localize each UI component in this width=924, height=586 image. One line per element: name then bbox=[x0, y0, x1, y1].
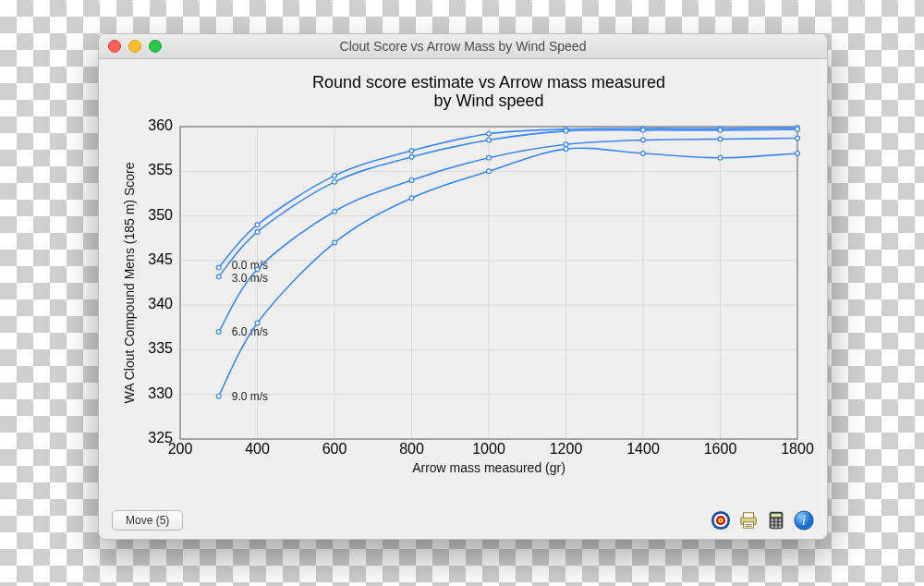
x-axis-label: Arrow mass measured (gr) bbox=[412, 460, 565, 475]
footer-icons: i bbox=[711, 510, 814, 531]
svg-rect-13 bbox=[775, 519, 778, 521]
data-point bbox=[255, 321, 260, 325]
calculator-icon[interactable] bbox=[766, 510, 786, 531]
data-point bbox=[796, 136, 800, 140]
y-tick-label: 350 bbox=[148, 207, 173, 223]
y-tick-label: 330 bbox=[148, 385, 173, 401]
data-point bbox=[641, 138, 646, 142]
data-point bbox=[255, 267, 260, 272]
data-point bbox=[487, 131, 492, 136]
svg-text:i: i bbox=[802, 514, 806, 528]
data-point bbox=[487, 155, 492, 160]
print-icon[interactable] bbox=[738, 510, 759, 531]
series-line bbox=[219, 139, 797, 333]
data-point bbox=[409, 196, 414, 201]
series-label: 9.0 m/s bbox=[232, 390, 268, 403]
y-tick-label: 355 bbox=[148, 162, 173, 177]
chart-title: Round score estimate vs Arrow mass measu… bbox=[312, 73, 665, 92]
x-tick-label: 1800 bbox=[781, 441, 814, 457]
footer-bar: Move (5) i bbox=[99, 502, 827, 539]
data-point bbox=[564, 142, 568, 147]
y-tick-label: 335 bbox=[148, 340, 173, 356]
data-point bbox=[216, 330, 221, 335]
data-point bbox=[718, 137, 723, 141]
data-point bbox=[487, 169, 492, 174]
x-tick-label: 600 bbox=[322, 441, 347, 457]
chart: Round score estimate vs Arrow mass measu… bbox=[108, 66, 818, 494]
y-axis-label: WA Clout Compound Mens (185 m) Score bbox=[122, 162, 137, 403]
data-point bbox=[487, 138, 492, 142]
svg-point-4 bbox=[720, 519, 722, 521]
svg-rect-19 bbox=[775, 526, 778, 529]
x-tick-label: 1600 bbox=[704, 441, 737, 457]
data-point bbox=[641, 152, 646, 156]
target-icon[interactable] bbox=[711, 510, 731, 531]
svg-rect-12 bbox=[772, 519, 774, 521]
data-point bbox=[216, 275, 221, 279]
data-point bbox=[216, 394, 221, 398]
svg-rect-11 bbox=[772, 514, 782, 518]
data-point bbox=[333, 209, 337, 214]
data-point bbox=[216, 265, 221, 270]
chart-svg: Round score estimate vs Arrow mass measu… bbox=[108, 66, 818, 494]
svg-rect-16 bbox=[775, 522, 778, 525]
svg-rect-18 bbox=[772, 526, 774, 529]
series-line bbox=[219, 148, 797, 396]
data-point bbox=[409, 178, 414, 183]
series-label: 6.0 m/s bbox=[232, 325, 268, 338]
data-point bbox=[255, 230, 260, 235]
svg-rect-17 bbox=[779, 522, 782, 525]
data-point bbox=[796, 127, 800, 131]
data-point bbox=[333, 174, 337, 178]
data-point bbox=[564, 128, 568, 133]
y-tick-label: 360 bbox=[148, 117, 173, 133]
move-button[interactable]: Move (5) bbox=[112, 510, 183, 531]
data-point bbox=[796, 152, 800, 156]
data-point bbox=[641, 128, 646, 132]
x-tick-label: 1000 bbox=[472, 441, 505, 457]
data-point bbox=[409, 154, 414, 159]
data-point bbox=[255, 223, 260, 227]
data-point bbox=[718, 128, 723, 132]
svg-rect-6 bbox=[744, 513, 754, 519]
x-tick-label: 400 bbox=[245, 441, 270, 457]
y-tick-label: 325 bbox=[148, 430, 173, 446]
data-point bbox=[718, 155, 723, 160]
app-window: Clout Score vs Arrow Mass by Wind Speed … bbox=[98, 33, 828, 540]
data-point bbox=[333, 179, 337, 184]
window-title: Clout Score vs Arrow Mass by Wind Speed bbox=[99, 39, 827, 54]
y-tick-label: 340 bbox=[148, 296, 173, 311]
x-tick-label: 1400 bbox=[626, 441, 660, 457]
svg-rect-20 bbox=[779, 526, 782, 529]
data-point bbox=[333, 240, 337, 245]
info-icon[interactable]: i bbox=[794, 510, 814, 531]
svg-rect-14 bbox=[779, 519, 782, 521]
x-tick-label: 1200 bbox=[550, 441, 583, 457]
titlebar: Clout Score vs Arrow Mass by Wind Speed bbox=[99, 34, 827, 59]
series-line bbox=[219, 129, 797, 276]
data-point bbox=[564, 147, 568, 152]
x-tick-label: 800 bbox=[399, 441, 424, 457]
y-tick-label: 345 bbox=[148, 251, 173, 267]
svg-rect-15 bbox=[772, 522, 774, 525]
chart-title: by Wind speed bbox=[433, 92, 543, 110]
data-point bbox=[409, 149, 414, 153]
